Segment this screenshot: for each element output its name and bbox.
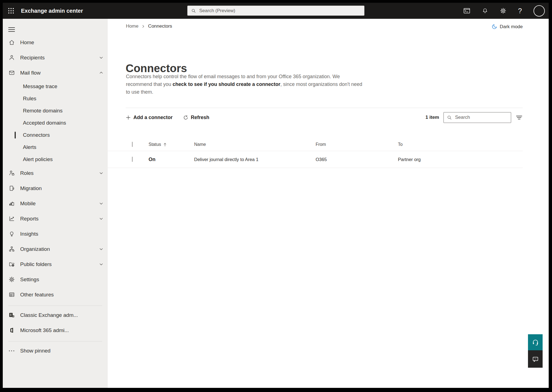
sidebar-item-label: Reports xyxy=(20,216,39,222)
sidebar-item-rules[interactable]: Rules xyxy=(3,93,108,105)
sidebar-item-label: Home xyxy=(20,40,34,46)
line-chart-icon xyxy=(8,215,15,222)
sidebar-item-label: Classic Exchange adm... xyxy=(20,312,78,318)
chevron-down-icon xyxy=(99,201,103,206)
top-bar: Exchange admin center ? xyxy=(3,3,549,19)
sidebar-item-label: Public folders xyxy=(20,261,52,267)
sidebar-item-home[interactable]: Home xyxy=(3,35,108,50)
sidebar-item-show-pinned[interactable]: Show pinned xyxy=(3,343,108,358)
settings-gear-icon[interactable] xyxy=(500,7,506,14)
global-search-input[interactable] xyxy=(199,8,361,14)
refresh-label: Refresh xyxy=(191,115,209,120)
sidebar-item-label: Rules xyxy=(23,96,36,102)
sidebar-item-label: Organization xyxy=(20,246,50,252)
sidebar-item-accepted-domains[interactable]: Accepted domains xyxy=(3,117,108,129)
filter-icon[interactable] xyxy=(516,114,523,120)
chevron-down-icon xyxy=(99,262,103,266)
chevron-down-icon xyxy=(99,217,103,221)
content-divider xyxy=(126,108,523,108)
sidebar-item-connectors[interactable]: Connectors xyxy=(3,129,108,141)
sidebar-item-mobile[interactable]: Mobile xyxy=(3,196,108,211)
exchange-logo-icon xyxy=(8,312,15,319)
left-nav: Home Recipients Mail flow Message trace … xyxy=(3,19,108,388)
floating-action-buttons xyxy=(528,334,543,368)
sidebar-item-microsoft-365-admin[interactable]: Microsoft 365 admi... xyxy=(3,323,108,338)
gear-icon xyxy=(8,276,15,283)
breadcrumb: Home Connectors xyxy=(126,23,172,29)
moon-icon xyxy=(492,24,497,30)
page-description: Connectors help control the flow of emai… xyxy=(126,73,362,96)
notifications-bell-icon[interactable] xyxy=(482,8,488,14)
nav-collapse-hamburger-icon[interactable] xyxy=(8,27,15,32)
help-icon[interactable]: ? xyxy=(518,7,522,14)
mobile-chart-icon xyxy=(8,200,15,207)
sidebar-item-label: Mail flow xyxy=(20,70,41,76)
sidebar-item-label: Alert policies xyxy=(23,156,53,162)
sidebar-item-remote-domains[interactable]: Remote domains xyxy=(3,105,108,117)
support-button[interactable] xyxy=(528,334,543,350)
row-checkbox[interactable] xyxy=(132,157,133,162)
sidebar-item-reports[interactable]: Reports xyxy=(3,211,108,226)
sidebar-item-recipients[interactable]: Recipients xyxy=(3,50,108,65)
feedback-button[interactable] xyxy=(528,350,543,368)
sidebar-item-classic-exchange-admin[interactable]: Classic Exchange adm... xyxy=(3,307,108,323)
account-avatar[interactable] xyxy=(533,5,545,17)
sidebar-item-insights[interactable]: Insights xyxy=(3,226,108,241)
home-icon xyxy=(8,39,15,46)
sidebar-item-label: Migration xyxy=(20,185,42,191)
app-launcher-icon xyxy=(8,8,14,14)
sidebar-item-roles[interactable]: Roles xyxy=(3,165,108,181)
document-arrow-icon xyxy=(8,185,15,192)
table-header-row: Status Name From To xyxy=(108,138,523,151)
breadcrumb-chevron-icon xyxy=(142,25,145,28)
person-icon xyxy=(8,54,15,61)
dark-mode-label: Dark mode xyxy=(500,24,523,30)
sidebar-divider xyxy=(8,306,102,306)
add-connector-label: Add a connector xyxy=(133,115,173,120)
dark-mode-toggle[interactable]: Dark mode xyxy=(492,24,523,30)
table-row[interactable]: On Deliver journal directly to Area 1 O3… xyxy=(108,151,523,168)
sort-up-icon xyxy=(163,143,167,147)
app-launcher-button[interactable] xyxy=(3,3,19,19)
nav-items: Home Recipients Mail flow Message trace … xyxy=(3,35,108,358)
sidebar-item-label: Connectors xyxy=(23,132,50,138)
sidebar-divider xyxy=(8,341,102,341)
global-search-box[interactable] xyxy=(187,6,365,16)
sidebar-item-mail-flow[interactable]: Mail flow xyxy=(3,65,108,80)
sidebar-item-migration[interactable]: Migration xyxy=(3,181,108,196)
toolbar-right: 1 item xyxy=(426,112,523,123)
sidebar-item-label: Accepted domains xyxy=(23,120,66,126)
select-all-checkbox[interactable] xyxy=(132,142,133,147)
description-link[interactable]: check to see if you should create a conn… xyxy=(173,81,280,87)
office-logo-icon xyxy=(8,327,15,334)
app-title: Exchange admin center xyxy=(21,8,83,14)
mail-icon xyxy=(8,70,15,76)
sidebar-item-alert-policies[interactable]: Alert policies xyxy=(3,153,108,165)
sidebar-item-label: Microsoft 365 admi... xyxy=(20,327,69,333)
admin-shell-icon[interactable] xyxy=(463,8,470,14)
refresh-button[interactable]: Refresh xyxy=(183,115,209,120)
list-search-input[interactable] xyxy=(455,114,517,120)
sidebar-item-label: Mobile xyxy=(20,201,36,207)
add-connector-button[interactable]: Add a connector xyxy=(126,115,173,120)
column-header-status[interactable]: Status xyxy=(149,142,167,147)
sidebar-item-settings[interactable]: Settings xyxy=(3,272,108,287)
search-icon xyxy=(191,8,196,13)
column-header-from[interactable]: From xyxy=(316,142,326,147)
sidebar-item-label: Alerts xyxy=(23,144,36,150)
sidebar-item-public-folders[interactable]: Public folders xyxy=(3,257,108,272)
sidebar-item-message-trace[interactable]: Message trace xyxy=(3,80,108,93)
list-search-box[interactable] xyxy=(443,112,511,123)
column-header-name[interactable]: Name xyxy=(194,142,206,147)
topbar-actions: ? xyxy=(463,3,545,19)
sidebar-item-alerts[interactable]: Alerts xyxy=(3,141,108,153)
sidebar-item-label: Insights xyxy=(20,231,38,237)
sidebar-item-organization[interactable]: Organization xyxy=(3,241,108,257)
column-header-to[interactable]: To xyxy=(398,142,403,147)
breadcrumb-home-link[interactable]: Home xyxy=(126,23,138,29)
app-window: Exchange admin center ? Home xyxy=(3,3,549,388)
chevron-down-icon xyxy=(99,56,103,60)
sidebar-item-other-features[interactable]: Other features xyxy=(3,287,108,302)
breadcrumb-current: Connectors xyxy=(148,23,172,29)
row-name[interactable]: Deliver journal directly to Area 1 xyxy=(194,157,258,162)
